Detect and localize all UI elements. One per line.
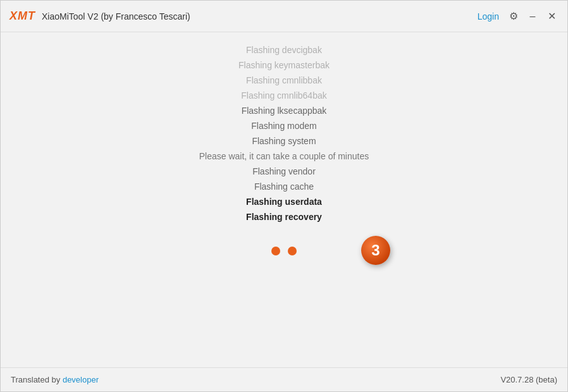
gear-icon[interactable]: ⚙ [507,9,521,23]
flash-log: Flashing devcigbakFlashing keymasterbakF… [1,42,567,224]
log-item: Flashing modem [1,118,567,133]
log-item: Please wait, it can take a couple of min… [1,149,567,164]
log-item: Flashing lksecappbak [1,103,567,118]
main-content: Flashing devcigbakFlashing keymasterbakF… [1,32,567,367]
xmt-logo: XMT [9,9,35,23]
app-title: XiaoMiTool V2 (by Francesco Tescari) [42,11,475,21]
log-item: Flashing cache [1,179,567,194]
footer: Translated by developer V20.7.28 (beta) [1,367,567,391]
login-button[interactable]: Login [475,10,502,23]
log-item: Flashing cmnlibbak [1,73,567,88]
translated-prefix: Translated by [11,375,63,384]
dot-1 [271,247,280,255]
titlebar-actions: Login ⚙ – ✕ [475,9,559,23]
log-item: Flashing keymasterbak [1,58,567,73]
version-text: V20.7.28 (beta) [500,375,557,384]
log-item: Flashing vendor [1,164,567,179]
developer-link[interactable]: developer [63,375,99,384]
translated-text: Translated by developer [11,375,99,384]
main-window: XMT XiaoMiTool V2 (by Francesco Tescari)… [0,0,568,392]
indicator-row: 3 [1,236,567,266]
dot-2 [288,247,297,255]
close-icon[interactable]: ✕ [545,9,559,23]
log-item: Flashing userdata [1,194,567,209]
log-item: Flashing recovery [1,209,567,224]
step-number: 3 [371,242,380,259]
log-item: Flashing devcigbak [1,42,567,58]
log-item: Flashing system [1,133,567,149]
step-badge: 3 [361,236,390,265]
log-item: Flashing cmnlib64bak [1,88,567,103]
titlebar: XMT XiaoMiTool V2 (by Francesco Tescari)… [1,1,567,32]
minimize-icon[interactable]: – [526,9,540,23]
